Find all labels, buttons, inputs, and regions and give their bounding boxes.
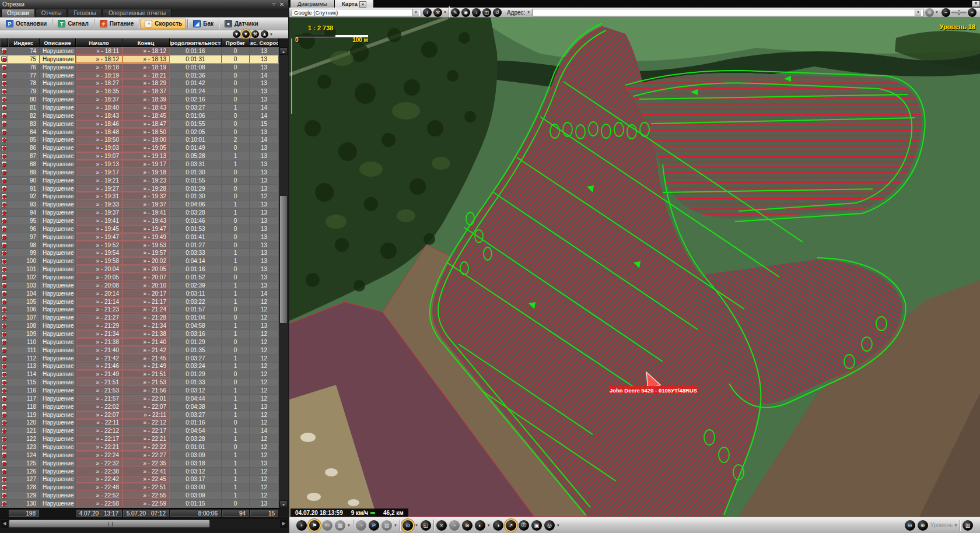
table-row[interactable]: 80Нарушение» - 18:37» - 18:390:02:16013 bbox=[0, 96, 279, 104]
tab-map[interactable]: Карта × bbox=[335, 0, 373, 8]
segment-button-3[interactable]: ◔Скорость bbox=[141, 19, 186, 29]
table-row[interactable]: 109Нарушение» - 21:34» - 21:380:03:16112 bbox=[0, 330, 279, 338]
table-row[interactable]: 82Нарушение» - 18:43» - 18:450:01:06014 bbox=[0, 112, 279, 120]
follow-vehicle-icon[interactable]: ↗ bbox=[506, 520, 516, 531]
magnifier-icon[interactable]: ⊙ bbox=[402, 520, 413, 531]
table-row[interactable]: 81Нарушение» - 18:40» - 18:430:03:27114 bbox=[0, 104, 279, 112]
table-row[interactable]: 84Нарушение» - 18:48» - 18:500:02:05013 bbox=[0, 128, 279, 136]
tab-close-icon[interactable]: × bbox=[359, 1, 366, 8]
table-row[interactable]: 97Нарушение» - 19:47» - 19:490:01:41013 bbox=[0, 233, 279, 241]
segment-button-2[interactable]: ⚡Питание bbox=[96, 19, 138, 29]
tab-2[interactable]: Геозоны bbox=[68, 9, 102, 17]
tab-1[interactable]: Отчеты bbox=[36, 9, 68, 17]
filter-icon[interactable]: ▼ bbox=[233, 30, 240, 38]
column-header-4[interactable]: Продолжительность bbox=[170, 38, 222, 47]
filter-settings-icon[interactable]: ⚒ bbox=[251, 30, 259, 38]
history-icon[interactable]: ↺ bbox=[493, 8, 502, 17]
table-row[interactable]: 127Нарушение» - 22:42» - 22:450:03:17112 bbox=[0, 476, 279, 484]
tab-0[interactable]: Отрезки bbox=[1, 9, 35, 17]
table-row[interactable]: 91Нарушение» - 19:27» - 19:280:01:29013 bbox=[0, 185, 279, 193]
segment-button-0[interactable]: PОстановки bbox=[2, 19, 51, 29]
table-row[interactable]: 83Нарушение» - 18:46» - 18:470:01:55015 bbox=[0, 120, 279, 128]
table-row[interactable]: 112Нарушение» - 21:42» - 21:450:03:27112 bbox=[0, 355, 279, 363]
table-row[interactable]: 114Нарушение» - 21:49» - 21:510:01:29012 bbox=[0, 370, 279, 378]
table-row[interactable]: 94Нарушение» - 19:37» - 19:410:03:28113 bbox=[0, 209, 279, 217]
table-row[interactable]: 113Нарушение» - 21:46» - 21:490:03:24112 bbox=[0, 363, 279, 371]
info-icon[interactable]: i bbox=[423, 8, 432, 17]
table-row[interactable]: 74Нарушение» - 18:11» - 18:120:01:16013 bbox=[0, 47, 279, 55]
table-row[interactable]: 104Нарушение» - 20:14» - 20:170:03:11114 bbox=[0, 290, 279, 298]
table-row[interactable]: 85Нарушение» - 18:50» - 19:000:10:01214 bbox=[0, 136, 279, 144]
scroll-left-icon[interactable]: ◀ bbox=[1, 520, 8, 528]
edit-icon[interactable]: ✎ bbox=[451, 8, 460, 17]
table-header[interactable]: ИндексОписаниеНачалоКонецПродолжительнос… bbox=[0, 38, 279, 47]
chevron-down-icon[interactable]: ▼ bbox=[415, 524, 418, 527]
map-layer-select[interactable]: Google (Спутник) ▼ bbox=[292, 9, 421, 16]
zoom-in-icon[interactable]: + bbox=[968, 8, 977, 17]
geozone-icon[interactable]: ▦ bbox=[335, 520, 345, 531]
table-row[interactable]: 77Нарушение» - 18:19» - 18:210:01:36014 bbox=[0, 72, 279, 80]
table-row[interactable]: 86Нарушение» - 19:03» - 19:050:01:49013 bbox=[0, 144, 279, 152]
table-row[interactable]: 96Нарушение» - 19:45» - 19:470:01:53013 bbox=[0, 225, 279, 233]
address-chevron-icon[interactable]: ▼ bbox=[527, 10, 530, 14]
table-row[interactable]: 102Нарушение» - 20:05» - 20:070:01:52013 bbox=[0, 273, 279, 282]
zoom-out-icon[interactable]: ⊖ bbox=[905, 520, 915, 531]
clock-icon[interactable]: ◔ bbox=[356, 520, 366, 531]
table-row[interactable]: 101Нарушение» - 20:04» - 20:050:01:16013 bbox=[0, 265, 279, 273]
table-row[interactable]: 119Нарушение» - 22:07» - 22:110:03:27112 bbox=[0, 411, 279, 419]
segment-button-5[interactable]: ●Датчики bbox=[220, 19, 262, 29]
tab-diagrams[interactable]: Диаграммы bbox=[290, 0, 334, 8]
map-export-icon[interactable]: ▥ bbox=[963, 520, 973, 531]
column-header-6[interactable]: Макс. Скорость bbox=[250, 38, 279, 47]
table-row[interactable]: 126Нарушение» - 22:38» - 22:410:03:12112 bbox=[0, 468, 279, 476]
table-row[interactable]: 88Нарушение» - 19:13» - 19:170:03:31113 bbox=[0, 160, 279, 169]
table-row[interactable]: 75Нарушение» - 18:12» - 18:130:01:31013 bbox=[0, 55, 279, 64]
table-row[interactable]: 118Нарушение» - 22:02» - 22:070:04:38113 bbox=[0, 403, 279, 411]
table-row[interactable]: 125Нарушение» - 22:32» - 22:350:03:18113 bbox=[0, 460, 279, 468]
waves-icon[interactable]: ~ bbox=[449, 520, 460, 531]
select-area-icon[interactable]: ◱ bbox=[421, 520, 431, 531]
column-header-0[interactable]: Индекс bbox=[8, 38, 40, 47]
table-row[interactable]: 130Нарушение» - 22:58» - 22:590:01:15013 bbox=[0, 500, 279, 508]
track-flag-icon[interactable]: ⚑ bbox=[309, 520, 320, 531]
table-row[interactable]: 111Нарушение» - 21:40» - 21:420:01:35012 bbox=[0, 346, 279, 355]
table-row[interactable]: 99Нарушение» - 19:54» - 19:570:03:33113 bbox=[0, 249, 279, 257]
pan-icon[interactable]: + bbox=[296, 520, 307, 531]
table-row[interactable]: 106Нарушение» - 21:23» - 21:240:01:57012 bbox=[0, 306, 279, 314]
tab-overflow-icon[interactable]: ▼ bbox=[972, 1, 980, 7]
table-row[interactable]: 124Нарушение» - 22:24» - 22:270:03:09112 bbox=[0, 451, 279, 460]
route-icon[interactable]: ⊚ bbox=[925, 8, 934, 17]
route-chevron-icon[interactable]: ▼ bbox=[935, 10, 939, 14]
chevron-down-icon[interactable]: ▼ bbox=[347, 524, 351, 527]
column-header-1[interactable]: Описание bbox=[40, 38, 76, 47]
table-row[interactable]: 95Нарушение» - 19:41» - 19:430:01:46013 bbox=[0, 217, 279, 225]
table-row[interactable]: 93Нарушение» - 19:33» - 19:370:04:06113 bbox=[0, 201, 279, 209]
poi-toggle-icon[interactable]: POI bbox=[322, 520, 332, 531]
table-row[interactable]: 92Нарушение» - 19:31» - 19:320:01:30012 bbox=[0, 192, 279, 201]
column-header-2[interactable]: Начало bbox=[76, 38, 123, 47]
filter-applied-icon[interactable]: ▼ bbox=[242, 30, 250, 38]
wrench-icon[interactable]: ⚒ bbox=[433, 8, 442, 17]
column-header-5[interactable]: Пробег bbox=[222, 38, 250, 47]
chevron-down-icon[interactable]: ▼ bbox=[394, 524, 397, 527]
table-row[interactable]: 89Нарушение» - 19:17» - 19:180:01:30013 bbox=[0, 169, 279, 177]
contrast-icon[interactable]: ◐ bbox=[475, 520, 485, 531]
table-row[interactable]: 79Нарушение» - 18:35» - 18:370:01:24013 bbox=[0, 87, 279, 96]
zoom-out-icon[interactable]: − bbox=[942, 8, 950, 17]
poi-icon[interactable]: ◉ bbox=[461, 8, 470, 17]
table-row[interactable]: 103Нарушение» - 20:08» - 20:100:02:39113 bbox=[0, 282, 279, 290]
table-row[interactable]: 107Нарушение» - 21:27» - 21:280:01:04012 bbox=[0, 314, 279, 322]
column-header-3[interactable]: Конец bbox=[123, 38, 170, 47]
clear-track-icon[interactable]: ⊗ bbox=[462, 520, 473, 531]
fit-track-icon[interactable]: × bbox=[436, 520, 447, 531]
table-row[interactable]: 110Нарушение» - 21:38» - 21:400:01:29012 bbox=[0, 338, 279, 346]
close-icon[interactable]: ✕ bbox=[278, 1, 286, 8]
table-row[interactable]: 76Нарушение» - 18:18» - 18:190:01:08013 bbox=[0, 64, 279, 72]
chevron-down-icon[interactable]: ▼ bbox=[443, 10, 447, 14]
table-row[interactable]: 105Нарушение» - 21:14» - 21:170:03:22112 bbox=[0, 298, 279, 306]
segment-button-1[interactable]: TСигнал bbox=[54, 19, 93, 29]
ruler-icon[interactable]: ◫ bbox=[482, 8, 491, 17]
level-dropdown[interactable]: Уровень ▾ bbox=[930, 522, 957, 528]
horizontal-scrollbar[interactable]: ◀ ▶ bbox=[0, 518, 288, 528]
table-row[interactable]: 100Нарушение» - 19:58» - 20:020:04:14113 bbox=[0, 257, 279, 265]
